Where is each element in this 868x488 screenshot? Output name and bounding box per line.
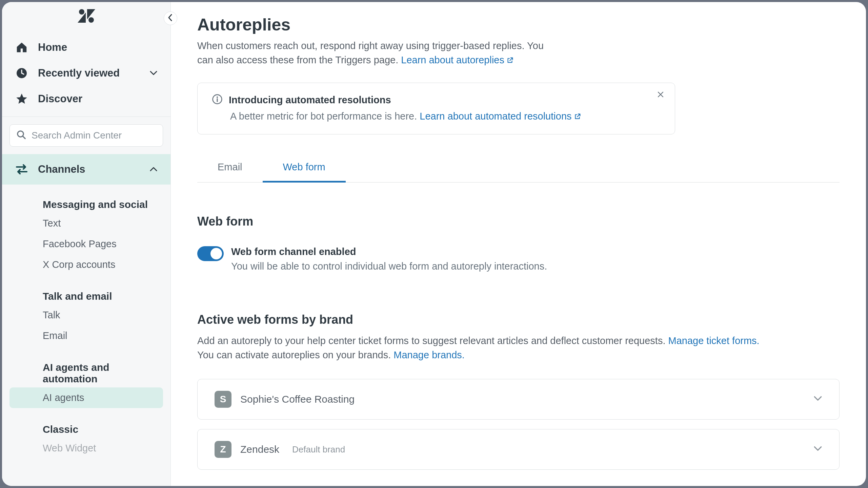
- chevron-down-icon: [813, 446, 822, 453]
- svg-point-1: [88, 17, 94, 23]
- external-link-icon: [506, 54, 514, 68]
- learn-autoreplies-link[interactable]: Learn about autoreplies: [401, 55, 514, 65]
- external-link-icon: [574, 111, 581, 123]
- nav-discover-label: Discover: [38, 93, 82, 105]
- chevron-down-icon: [149, 70, 158, 76]
- subnav-facebook-pages[interactable]: Facebook Pages: [2, 234, 170, 254]
- brand-default-tag: Default brand: [292, 444, 345, 455]
- info-alert: Introducing automated resolutions A bett…: [197, 83, 675, 134]
- brands-description: Add an autoreply to your help center tic…: [197, 334, 840, 362]
- channels-label: Channels: [38, 163, 85, 175]
- chevron-up-icon: [149, 167, 158, 172]
- search-wrap: [2, 117, 170, 154]
- transfer-arrows-icon: [14, 164, 29, 175]
- learn-link-text: Learn about autoreplies: [401, 55, 504, 65]
- alert-body-text: A better metric for bot performance is h…: [230, 111, 417, 122]
- toggle-knob: [210, 248, 222, 259]
- subgroup-title: Talk and email: [2, 275, 170, 305]
- alert-title: Introducing automated resolutions: [229, 94, 391, 106]
- nav-section-channels[interactable]: Channels: [2, 154, 170, 185]
- brands-p2: You can activate autoreplies on your bra…: [197, 349, 391, 360]
- alert-close-button[interactable]: [655, 90, 666, 101]
- chevron-down-icon: [813, 396, 822, 403]
- brand-list: S Sophie's Coffee Roasting Z Zendesk Def…: [197, 379, 840, 470]
- subnav-x-corp[interactable]: X Corp accounts: [2, 254, 170, 275]
- subgroup-title: AI agents and automation: [2, 346, 170, 387]
- sidebar: Home Recently viewed Discover: [2, 2, 171, 486]
- page-description: When customers reach out, respond right …: [197, 39, 557, 68]
- star-icon: [14, 92, 29, 105]
- subgroup-title: Classic: [2, 408, 170, 438]
- zendesk-logo-icon: [78, 9, 95, 23]
- logo-row: [2, 2, 170, 30]
- alert-body: A better metric for bot performance is h…: [212, 111, 661, 123]
- toggle-body: You will be able to control individual w…: [231, 261, 547, 272]
- search-icon: [16, 130, 26, 141]
- brand-badge: S: [215, 391, 231, 408]
- svg-point-5: [217, 97, 218, 98]
- section-web-form-title: Web form: [197, 214, 840, 229]
- toggle-title: Web form channel enabled: [231, 246, 547, 257]
- brand-name: Sophie's Coffee Roasting: [240, 394, 355, 405]
- brand-row[interactable]: Z Zendesk Default brand: [197, 429, 840, 470]
- main-content: Autoreplies When customers reach out, re…: [171, 2, 866, 486]
- tab-web-form[interactable]: Web form: [263, 156, 346, 183]
- nav-recently-viewed[interactable]: Recently viewed: [2, 60, 170, 86]
- subnav-text[interactable]: Text: [2, 213, 170, 234]
- info-icon: [212, 94, 223, 106]
- section-brands-title: Active web forms by brand: [197, 313, 840, 327]
- tab-email[interactable]: Email: [197, 156, 263, 183]
- chevron-left-icon: [167, 14, 174, 23]
- svg-point-0: [79, 9, 84, 15]
- nav-discover[interactable]: Discover: [2, 86, 170, 112]
- manage-ticket-forms-link[interactable]: Manage ticket forms.: [668, 335, 760, 346]
- subnav-talk[interactable]: Talk: [2, 305, 170, 325]
- brand-badge: Z: [215, 441, 231, 458]
- tabs: Email Web form: [197, 156, 840, 183]
- nav-home-label: Home: [38, 41, 67, 54]
- alert-link-text: Learn about automated resolutions: [420, 111, 571, 122]
- brand-name: Zendesk: [240, 444, 279, 455]
- brands-p1: Add an autoreply to your help center tic…: [197, 335, 665, 346]
- close-icon: [657, 91, 664, 99]
- channels-subnav: Messaging and social Text Facebook Pages…: [2, 185, 170, 479]
- subnav-web-widget[interactable]: Web Widget: [2, 438, 170, 459]
- nav-home[interactable]: Home: [2, 35, 170, 60]
- primary-nav: Home Recently viewed Discover: [2, 30, 170, 115]
- subnav-ai-agents[interactable]: AI agents: [9, 387, 163, 408]
- nav-recent-label: Recently viewed: [38, 67, 120, 79]
- collapse-sidebar-button[interactable]: [164, 12, 177, 25]
- subnav-email[interactable]: Email: [2, 325, 170, 346]
- web-form-toggle[interactable]: [197, 246, 224, 261]
- clock-icon: [14, 67, 29, 79]
- search-input[interactable]: [9, 124, 163, 147]
- page-title: Autoreplies: [197, 15, 840, 35]
- toggle-row: Web form channel enabled You will be abl…: [197, 246, 840, 272]
- home-icon: [14, 41, 29, 54]
- brand-row[interactable]: S Sophie's Coffee Roasting: [197, 379, 840, 420]
- subgroup-title: Messaging and social: [2, 193, 170, 213]
- learn-automated-resolutions-link[interactable]: Learn about automated resolutions: [420, 111, 581, 122]
- manage-brands-link[interactable]: Manage brands.: [393, 349, 465, 360]
